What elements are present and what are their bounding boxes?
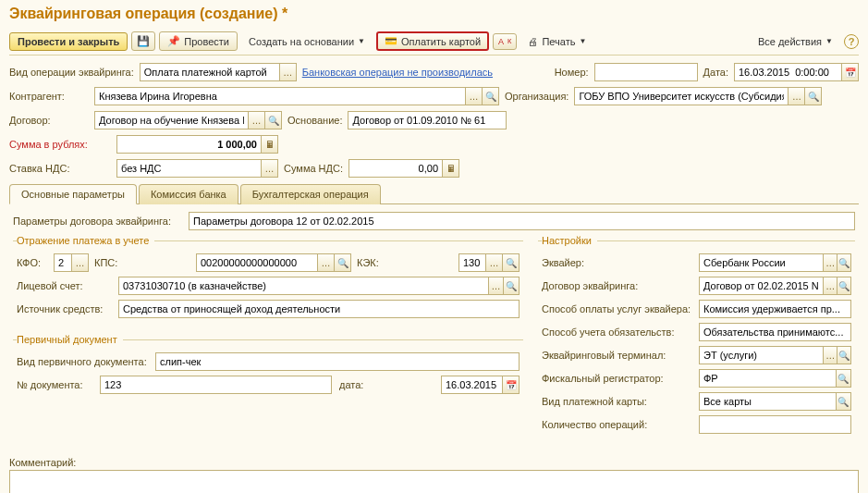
dots-button[interactable]: …: [823, 254, 837, 271]
submit-button[interactable]: 📌Провести: [159, 31, 238, 51]
all-actions-button[interactable]: Все действия ▼: [751, 33, 840, 50]
bank-op-link[interactable]: Банковская операция не производилась: [302, 67, 493, 78]
fiscal-field[interactable]: 🔍: [699, 369, 851, 388]
kek-label: КЭК:: [357, 257, 458, 268]
dots-button[interactable]: …: [823, 347, 837, 364]
kfo-field[interactable]: …: [54, 253, 89, 272]
prim-doc-type-input[interactable]: [156, 353, 519, 370]
org-input[interactable]: [575, 88, 788, 105]
acquirer-input[interactable]: [700, 254, 823, 271]
fiscal-input[interactable]: [700, 370, 836, 387]
source-input[interactable]: [119, 301, 519, 317]
acq-contract-input[interactable]: [700, 277, 823, 294]
comment-input[interactable]: [9, 470, 859, 493]
dots-button[interactable]: …: [279, 64, 296, 80]
acquirer-field[interactable]: …🔍: [699, 253, 851, 272]
kek-input[interactable]: [459, 254, 485, 271]
account-field[interactable]: …🔍: [118, 277, 520, 295]
pay-method-input[interactable]: [700, 301, 850, 317]
terminal-field[interactable]: …🔍: [699, 346, 851, 364]
op-type-select[interactable]: …: [140, 63, 297, 81]
contract-input[interactable]: [95, 112, 248, 129]
search-icon[interactable]: 🔍: [837, 254, 850, 271]
search-icon[interactable]: 🔍: [836, 393, 850, 410]
liab-method-field[interactable]: [699, 323, 851, 341]
params-field[interactable]: [189, 212, 855, 230]
submit-close-button[interactable]: Провести и закрыть: [9, 32, 128, 51]
account-input[interactable]: [119, 277, 488, 294]
search-icon[interactable]: 🔍: [482, 88, 498, 105]
help-icon[interactable]: ?: [844, 34, 859, 49]
calc-icon[interactable]: 🖩: [442, 160, 458, 177]
terminal-input[interactable]: [700, 347, 823, 364]
dots-button[interactable]: …: [71, 254, 88, 271]
kfo-input[interactable]: [55, 254, 71, 271]
acq-contract-field[interactable]: …🔍: [699, 277, 851, 295]
source-field[interactable]: [118, 300, 520, 318]
card-type-field[interactable]: 🔍: [699, 392, 851, 411]
tab-accounting[interactable]: Бухгалтерская операция: [240, 184, 381, 204]
dots-button[interactable]: …: [317, 254, 334, 271]
date-input[interactable]: [735, 64, 841, 80]
vat-sum-input[interactable]: [349, 160, 442, 177]
vat-rate-input[interactable]: [117, 160, 261, 177]
vat-sum-field[interactable]: 🖩: [348, 159, 459, 178]
search-icon[interactable]: 🔍: [837, 347, 850, 364]
save-button[interactable]: 💾: [131, 31, 155, 51]
reflection-legend: Отражение платежа в учете: [17, 235, 154, 246]
pay-card-button[interactable]: 💳Оплатить картой: [376, 31, 489, 51]
kps-input[interactable]: [197, 254, 317, 271]
sum-rub-field[interactable]: 🖩: [116, 135, 278, 154]
sum-rub-input[interactable]: [117, 136, 261, 153]
print-button[interactable]: 🖨 Печать ▼: [520, 33, 593, 50]
search-icon[interactable]: 🔍: [502, 254, 519, 271]
search-icon[interactable]: 🔍: [334, 254, 350, 271]
primary-doc-legend: Первичный документ: [17, 334, 123, 345]
contract-field[interactable]: … 🔍: [94, 111, 282, 129]
org-field[interactable]: … 🔍: [574, 87, 822, 105]
dots-button[interactable]: …: [248, 112, 264, 129]
calendar-icon[interactable]: 📅: [502, 376, 519, 393]
vat-rate-field[interactable]: …: [116, 159, 278, 178]
liab-method-input[interactable]: [700, 324, 850, 340]
search-icon[interactable]: 🔍: [804, 88, 821, 105]
counterparty-field[interactable]: … 🔍: [94, 87, 499, 105]
calc-icon[interactable]: 🖩: [261, 136, 277, 153]
params-input[interactable]: [189, 213, 854, 229]
number-input[interactable]: [595, 64, 697, 80]
op-count-field[interactable]: [699, 415, 851, 434]
dots-button[interactable]: …: [465, 88, 482, 105]
search-icon[interactable]: 🔍: [264, 112, 281, 129]
card-type-input[interactable]: [700, 393, 836, 410]
counterparty-input[interactable]: [95, 88, 465, 105]
dots-button[interactable]: …: [788, 88, 804, 105]
op-count-input[interactable]: [700, 416, 850, 433]
dt-kt-button[interactable]: АК: [493, 33, 517, 50]
kek-field[interactable]: …🔍: [458, 253, 520, 272]
tab-main[interactable]: Основные параметры: [9, 184, 137, 204]
prim-doc-type-field[interactable]: [155, 352, 520, 371]
date-field[interactable]: 📅: [734, 63, 859, 81]
dots-button[interactable]: …: [261, 160, 277, 177]
tab-commission[interactable]: Комиссия банка: [139, 184, 238, 204]
doc-date-input[interactable]: [442, 376, 502, 393]
search-icon[interactable]: 🔍: [836, 370, 850, 387]
op-type-input[interactable]: [141, 64, 279, 80]
dots-button[interactable]: …: [823, 277, 837, 294]
doc-date-field[interactable]: 📅: [441, 376, 520, 394]
kps-field[interactable]: …🔍: [196, 253, 351, 272]
print-icon: 🖨: [528, 36, 538, 47]
search-icon[interactable]: 🔍: [503, 277, 519, 294]
doc-num-input[interactable]: [101, 376, 331, 393]
doc-num-field[interactable]: [100, 376, 332, 394]
dots-button[interactable]: …: [488, 277, 504, 294]
basis-input[interactable]: [348, 112, 506, 129]
pay-method-field[interactable]: [699, 300, 851, 318]
number-field[interactable]: [594, 63, 698, 81]
dots-button[interactable]: …: [485, 254, 502, 271]
basis-field[interactable]: [348, 111, 507, 129]
calendar-icon[interactable]: 📅: [841, 64, 858, 80]
create-based-button[interactable]: Создать на основании ▼: [241, 33, 373, 50]
doc-num-label: № документа:: [17, 379, 100, 390]
search-icon[interactable]: 🔍: [837, 277, 850, 294]
